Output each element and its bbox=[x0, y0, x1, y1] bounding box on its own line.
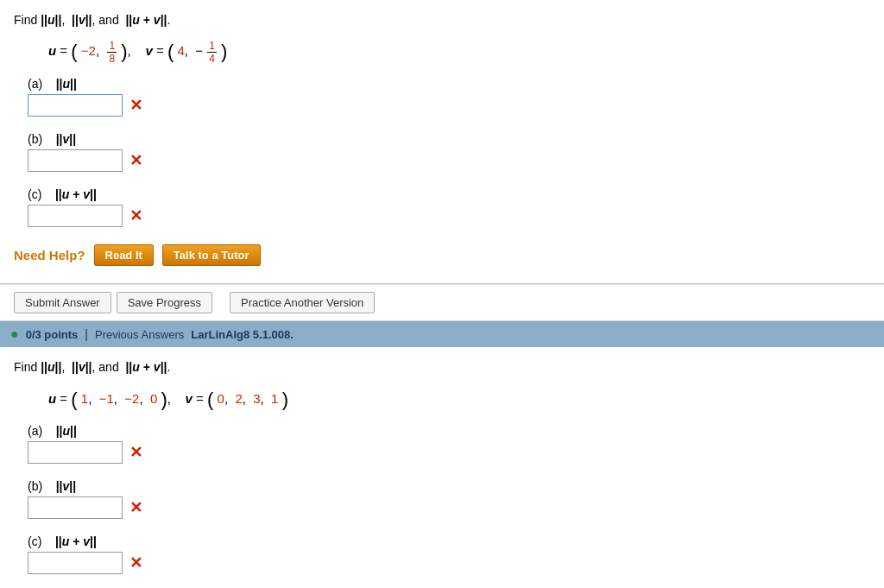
x-mark-c1: ✕ bbox=[129, 208, 142, 224]
v2-val-4: 1 bbox=[271, 391, 278, 406]
v-val-2: 1 4 bbox=[207, 40, 217, 66]
part-b-label-1: (b) ||v|| bbox=[28, 132, 870, 146]
problem-2-section: Find ||u||, ||v||, and ||u + v||. u = ( … bbox=[0, 347, 884, 588]
problem-1-section: Find ||u||, ||v||, and ||u + v||. u = ( … bbox=[0, 0, 884, 284]
part-a-label-2: (a) ||u|| bbox=[28, 424, 870, 438]
talk-to-tutor-button[interactable]: Talk to a Tutor bbox=[162, 244, 261, 266]
answer-input-c1[interactable] bbox=[28, 205, 123, 227]
answer-input-a2[interactable] bbox=[28, 441, 123, 464]
problem-2-title: Find ||u||, ||v||, and ||u + v||. bbox=[14, 357, 870, 376]
answer-input-c2[interactable] bbox=[28, 552, 123, 574]
save-progress-button[interactable]: Save Progress bbox=[117, 292, 212, 313]
norm-u-label-a1: ||u|| bbox=[56, 77, 77, 91]
u-val-2: 1 8 bbox=[107, 40, 117, 66]
part-c-2: (c) ||u + v|| ✕ bbox=[28, 534, 870, 574]
banner-separator: | bbox=[85, 327, 88, 341]
close-paren-v: ) bbox=[221, 41, 227, 62]
v2-val-1: 0 bbox=[218, 391, 224, 406]
norm-u-label-a2: ||u|| bbox=[56, 424, 77, 438]
banner-prev-answers: Previous Answers bbox=[95, 328, 184, 341]
open-paren-u: ( bbox=[71, 41, 77, 62]
submit-answer-button[interactable]: Submit Answer bbox=[14, 292, 111, 313]
norm-u-title-2: ||u|| bbox=[41, 360, 61, 374]
x-mark-c2: ✕ bbox=[129, 555, 142, 571]
open-paren-v2: ( bbox=[207, 389, 213, 410]
vector-definitions-2: u = ( 1, −1, −2, 0 ), v = ( 0, 2, 3, 1 ) bbox=[48, 386, 870, 412]
input-row-a2: ✕ bbox=[28, 441, 870, 464]
part-c-1: (c) ||u + v|| ✕ bbox=[28, 187, 870, 227]
banner-points: 0/3 points bbox=[26, 328, 79, 341]
close-paren-u2: ) bbox=[161, 389, 167, 410]
banner-dot-icon: ● bbox=[10, 326, 19, 342]
action-bar: Submit Answer Save Progress Practice Ano… bbox=[0, 284, 884, 321]
input-row-c2: ✕ bbox=[28, 552, 870, 574]
v2-val-2: 2 bbox=[235, 391, 242, 406]
read-it-button[interactable]: Read It bbox=[94, 244, 154, 266]
v-vector-label: v bbox=[145, 43, 152, 58]
input-row-c1: ✕ bbox=[28, 205, 870, 227]
input-row-b2: ✕ bbox=[28, 496, 870, 519]
u-vector-label: u bbox=[48, 43, 56, 58]
norm-uplusv-title-2: ||u + v|| bbox=[125, 360, 167, 374]
open-paren-u2: ( bbox=[71, 389, 77, 410]
vector-definitions-1: u = ( −2, 1 8 ), v = ( 4, − 1 4 ) bbox=[48, 38, 870, 65]
norm-v-label-b2: ||v|| bbox=[56, 479, 76, 493]
v-vector-label-2: v bbox=[186, 391, 193, 406]
close-paren-u: ) bbox=[121, 41, 127, 62]
problem-1-title: Find ||u||, ||v||, and ||u + v||. bbox=[14, 10, 870, 29]
practice-another-version-button[interactable]: Practice Another Version bbox=[230, 292, 375, 313]
need-help-label: Need Help? bbox=[14, 248, 85, 262]
x-mark-a2: ✕ bbox=[129, 445, 142, 460]
norm-u-title: ||u|| bbox=[41, 13, 61, 27]
and-text: and bbox=[98, 13, 118, 27]
answer-input-b2[interactable] bbox=[28, 496, 123, 519]
u-vector-label-2: u bbox=[48, 391, 56, 406]
v2-val-3: 3 bbox=[253, 391, 260, 406]
part-b-label-2: (b) ||v|| bbox=[28, 479, 870, 493]
input-row-a1: ✕ bbox=[28, 94, 870, 117]
u2-val-4: 0 bbox=[150, 391, 157, 406]
x-mark-b1: ✕ bbox=[129, 153, 142, 168]
norm-v-title-2: ||v|| bbox=[72, 360, 92, 374]
u2-val-3: −2 bbox=[124, 391, 139, 406]
u2-val-2: −1 bbox=[99, 391, 114, 406]
norm-v-label-b1: ||v|| bbox=[56, 132, 76, 146]
u2-val-1: 1 bbox=[81, 391, 88, 406]
norm-v-title: ||v|| bbox=[72, 13, 92, 27]
v-val-1: 4 bbox=[177, 43, 184, 58]
part-b-2: (b) ||v|| ✕ bbox=[28, 479, 870, 519]
answer-input-a1[interactable] bbox=[28, 94, 123, 117]
part-a-1: (a) ||u|| ✕ bbox=[28, 77, 870, 117]
close-paren-v2: ) bbox=[282, 389, 288, 410]
norm-uplusv-label-c1: ||u + v|| bbox=[55, 187, 97, 201]
part-a-2: (a) ||u|| ✕ bbox=[28, 424, 870, 464]
section-banner: ● 0/3 points | Previous Answers LarLinAl… bbox=[0, 321, 884, 347]
part-b-1: (b) ||v|| ✕ bbox=[28, 132, 870, 172]
u-val-1: −2 bbox=[81, 43, 96, 58]
answer-input-b1[interactable] bbox=[28, 149, 123, 172]
norm-uplusv-label-c2: ||u + v|| bbox=[55, 534, 97, 548]
part-a-label-1: (a) ||u|| bbox=[28, 77, 870, 91]
part-c-label-2: (c) ||u + v|| bbox=[28, 534, 870, 548]
input-row-b1: ✕ bbox=[28, 149, 870, 172]
x-mark-b2: ✕ bbox=[129, 500, 142, 515]
x-mark-a1: ✕ bbox=[129, 98, 142, 113]
open-paren-v: ( bbox=[167, 41, 174, 62]
part-c-label-1: (c) ||u + v|| bbox=[28, 187, 870, 201]
banner-course-id: LarLinAlg8 5.1.008. bbox=[191, 328, 294, 341]
need-help-section: Need Help? Read It Talk to a Tutor bbox=[14, 244, 870, 266]
norm-uplusv-title: ||u + v|| bbox=[125, 13, 167, 27]
